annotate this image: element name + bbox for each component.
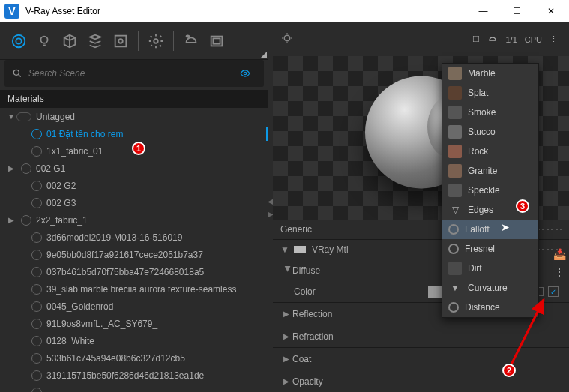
popup-item-marble[interactable]: Marble (442, 64, 538, 83)
chevron-right-icon: ▶ (283, 332, 292, 340)
svg-point-2 (40, 36, 47, 43)
popup-item-fresnel[interactable]: Fresnel (442, 239, 538, 259)
tree-node-label: Untagged (36, 112, 264, 122)
isolate-icon[interactable] (280, 31, 294, 48)
material-ball-icon (31, 388, 42, 393)
tree-node[interactable]: ▼Untagged (0, 108, 268, 125)
popup-item-label: Fresnel (465, 244, 495, 254)
tree-node[interactable]: 9e05bb0d8f17a921617cece2051b7a37 (0, 246, 268, 263)
popup-item-splat[interactable]: Splat (442, 83, 538, 103)
accordion-label: Coat (292, 354, 311, 364)
tree-node[interactable]: 3d66model2019-M013-16-516019 (0, 229, 268, 246)
tree-node[interactable]: 91L9os8vmfL._AC_SY679_ (0, 315, 268, 332)
accordion-opacity[interactable]: ▶Opacity (273, 370, 569, 392)
accordion-label: Refraction (292, 331, 334, 342)
lights-tab-icon[interactable] (31, 28, 57, 54)
tree-node[interactable]: ▶002 G1 (0, 160, 268, 177)
settings-icon[interactable] (143, 28, 169, 54)
tree-node[interactable]: ▶2x2_fabric_1 (0, 211, 268, 229)
popup-item-label: Rock (468, 146, 488, 157)
window-title: V-Ray Asset Editor (25, 6, 466, 16)
accordion-label: Opacity (292, 376, 323, 387)
tree-node[interactable]: 002 G2 (0, 177, 268, 194)
popup-item-speckle[interactable]: Speckle (442, 181, 538, 200)
toolbar-expand-corner[interactable] (261, 52, 267, 58)
popup-item-granite[interactable]: Granite (442, 161, 538, 181)
materials-header: Materials (0, 90, 268, 108)
material-ball-icon (31, 232, 42, 243)
material-ball-icon (31, 284, 42, 295)
chevron-right-icon: ▶ (283, 310, 292, 318)
tree-node-label: 037b461b5d70f75bba47e724668018a5 (46, 267, 264, 277)
popup-item-label: Falloff (465, 224, 489, 235)
tree-node[interactable]: 319115715be50f6286d46d21813ea1de (0, 367, 268, 384)
preview-mode[interactable]: CPU (525, 35, 542, 44)
popup-item-label: Dirt (468, 263, 482, 274)
popup-item-dirt[interactable]: Dirt (442, 259, 538, 278)
texture-type-icon (448, 164, 462, 178)
svg-point-4 (118, 39, 123, 43)
accordion-refraction[interactable]: ▶Refraction (273, 325, 569, 347)
material-ball-icon (31, 146, 42, 157)
texture-enable-checkbox[interactable]: ✓ (548, 286, 559, 297)
expand-arrow-icon[interactable]: ▶ (6, 216, 16, 224)
tree-node[interactable]: 037b461b5d70f75bba47e724668018a5 (0, 263, 268, 280)
toolbar-divider (173, 31, 174, 51)
preview-menu-icon[interactable]: ⋮ (550, 34, 558, 44)
popup-item-curvature[interactable]: ▼Curvature (442, 278, 538, 298)
popup-item-stucco[interactable]: Stucco (442, 122, 538, 142)
tree-node[interactable] (0, 384, 268, 392)
material-ball-icon (31, 250, 42, 260)
material-ball-icon (21, 215, 31, 226)
more-options-icon[interactable]: ⋮ (553, 265, 566, 279)
toolbar-divider (138, 31, 139, 51)
popup-item-smoke[interactable]: Smoke (442, 103, 538, 122)
tree-node[interactable]: 002 G3 (0, 194, 268, 211)
expand-arrow-icon[interactable]: ▼ (6, 112, 16, 121)
window-maximize-button[interactable]: ☐ (500, 0, 534, 22)
preview-size-icon[interactable]: ☐ (472, 34, 480, 44)
cursor-pointer: ➤ (501, 221, 510, 233)
popup-item-label: Splat (468, 88, 488, 98)
material-ball-icon (31, 198, 42, 208)
save-preset-icon[interactable]: 📥 (553, 247, 566, 261)
tree-node[interactable]: 533b61c745a94e08b6c327d12cb5 (0, 349, 268, 367)
preview-scene-icon[interactable] (487, 34, 498, 45)
tree-node[interactable]: 0128_White (0, 332, 268, 349)
popup-item-falloff[interactable]: Falloff (442, 220, 538, 239)
expand-arrow-icon[interactable]: ▶ (6, 164, 16, 172)
svg-point-9 (13, 70, 19, 75)
popup-item-label: Edges (468, 205, 493, 215)
textures-tab-icon[interactable] (108, 28, 133, 54)
geometry-tab-icon[interactable] (57, 28, 82, 54)
materials-tab-icon[interactable] (6, 28, 31, 54)
material-ball-icon (31, 267, 42, 277)
visibility-icon[interactable] (16, 112, 31, 121)
svg-point-1 (16, 38, 21, 43)
material-type-label: VRay Mtl (312, 244, 349, 255)
material-ball-icon (31, 370, 42, 381)
search-filter-icon[interactable] (240, 68, 250, 79)
popup-item-distance[interactable]: Distance (442, 298, 538, 317)
window-close-button[interactable]: ✕ (534, 0, 568, 22)
popup-item-label: Speckle (468, 185, 500, 196)
tree-node[interactable]: 0045_Goldenrod (0, 298, 268, 315)
render-icon[interactable] (178, 28, 204, 54)
chevron-right-icon: ▶ (284, 266, 292, 275)
tree-node-label: 002 G2 (46, 181, 264, 191)
tree-node[interactable]: 39_slab marble breciia aurora texture-se… (0, 280, 268, 298)
svg-point-5 (154, 39, 158, 43)
render-elements-tab-icon[interactable] (82, 28, 108, 54)
texture-type-icon (448, 184, 462, 197)
accordion-coat[interactable]: ▶Coat (273, 347, 569, 370)
texture-type-icon (448, 145, 462, 158)
search-input[interactable] (28, 68, 240, 79)
material-ball-icon (31, 353, 42, 364)
window-minimize-button[interactable]: — (466, 0, 500, 22)
frame-buffer-icon[interactable] (204, 28, 229, 54)
tree-node[interactable]: 01 Đặt tên cho rem (0, 125, 268, 142)
material-ball-icon (31, 129, 42, 139)
chevron-right-icon: ▶ (283, 377, 292, 385)
popup-item-rock[interactable]: Rock (442, 142, 538, 161)
preview-toolbar: ☐ 1/1 CPU ⋮ (273, 22, 569, 56)
